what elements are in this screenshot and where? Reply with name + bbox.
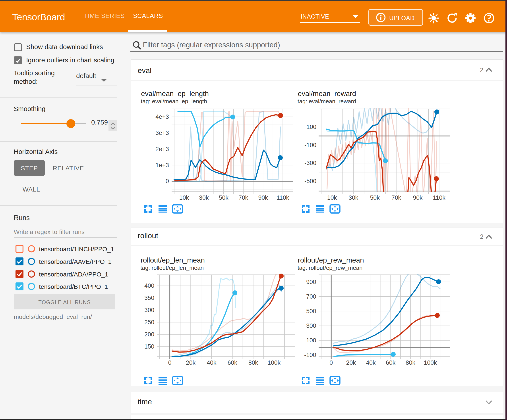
svg-text:700: 700	[306, 293, 316, 300]
svg-text:300: 300	[144, 307, 154, 313]
svg-text:100: 100	[306, 337, 316, 344]
svg-text:-500: -500	[304, 178, 316, 185]
svg-text:20k: 20k	[186, 359, 196, 366]
svg-text:100k: 100k	[424, 359, 437, 366]
svg-text:0: 0	[168, 359, 172, 366]
svg-text:0: 0	[330, 359, 333, 366]
svg-text:eval/mean_ep_length: eval/mean_ep_length	[141, 90, 209, 97]
svg-text:100: 100	[306, 124, 316, 130]
svg-text:-100: -100	[304, 142, 316, 148]
svg-text:tag: eval/mean_reward: tag: eval/mean_reward	[297, 98, 356, 105]
svg-text:eval/mean_reward: eval/mean_reward	[298, 90, 356, 97]
svg-text:110k: 110k	[433, 194, 445, 201]
svg-text:-100: -100	[304, 352, 316, 358]
svg-text:80k: 80k	[406, 359, 415, 366]
svg-text:tag: rollout/ep_rew_mean: tag: rollout/ep_rew_mean	[297, 264, 362, 271]
svg-text:250: 250	[144, 319, 154, 326]
svg-text:60k: 60k	[386, 359, 396, 366]
svg-text:350: 350	[144, 295, 154, 301]
svg-text:10k: 10k	[327, 194, 337, 201]
svg-text:tag: eval/mean_ep_length: tag: eval/mean_ep_length	[141, 98, 207, 105]
svg-text:20k: 20k	[346, 359, 356, 366]
svg-text:30k: 30k	[348, 194, 358, 201]
svg-text:0: 0	[166, 178, 169, 185]
svg-text:50k: 50k	[370, 194, 380, 201]
svg-text:1e+3: 1e+3	[155, 162, 169, 169]
svg-text:150: 150	[144, 343, 154, 350]
svg-text:70k: 70k	[239, 194, 248, 201]
svg-text:50k: 50k	[219, 194, 228, 201]
svg-text:110k: 110k	[276, 194, 289, 201]
svg-text:-300: -300	[304, 160, 316, 166]
svg-text:10k: 10k	[179, 194, 189, 201]
svg-text:300: 300	[306, 323, 316, 329]
svg-text:500: 500	[306, 308, 316, 315]
svg-text:40k: 40k	[366, 359, 376, 366]
svg-text:2e+3: 2e+3	[155, 146, 169, 152]
svg-text:rollout/ep_rew_mean: rollout/ep_rew_mean	[298, 256, 364, 264]
svg-text:60k: 60k	[228, 359, 237, 366]
svg-text:400: 400	[144, 282, 154, 289]
svg-text:100k: 100k	[268, 359, 281, 366]
svg-text:40k: 40k	[207, 359, 217, 366]
svg-text:900: 900	[306, 279, 316, 285]
svg-text:80k: 80k	[248, 359, 258, 366]
svg-text:90k: 90k	[413, 194, 423, 201]
svg-text:90k: 90k	[258, 194, 268, 201]
svg-text:rollout/ep_len_mean: rollout/ep_len_mean	[141, 256, 205, 264]
svg-text:4e+3: 4e+3	[155, 113, 169, 120]
svg-text:70k: 70k	[391, 194, 401, 201]
svg-text:30k: 30k	[199, 194, 209, 201]
svg-text:200: 200	[144, 331, 154, 338]
svg-text:3e+3: 3e+3	[155, 130, 169, 136]
svg-text:tag: rollout/ep_len_mean: tag: rollout/ep_len_mean	[140, 264, 204, 271]
